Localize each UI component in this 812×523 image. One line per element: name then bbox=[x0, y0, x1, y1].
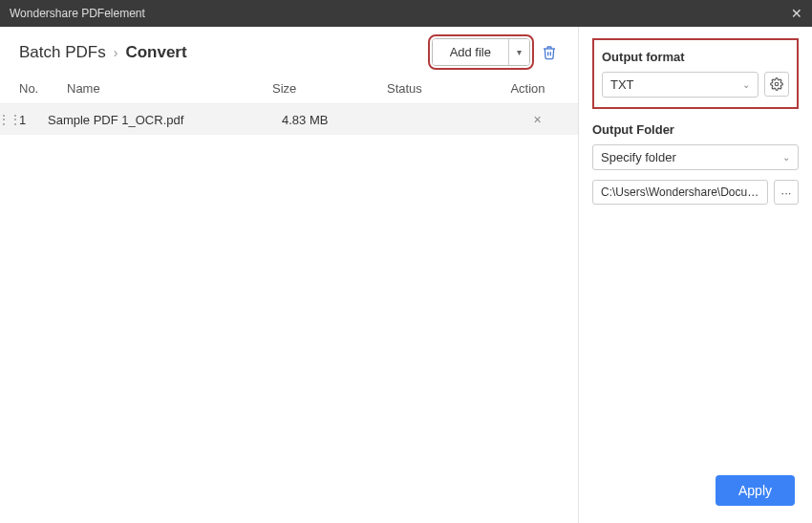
content-area: Batch PDFs › Convert Add file ▾ bbox=[0, 27, 812, 523]
col-header-status: Status bbox=[387, 81, 497, 96]
col-header-name: Name bbox=[67, 81, 272, 96]
col-header-size: Size bbox=[272, 81, 387, 96]
breadcrumb-current: Convert bbox=[125, 43, 186, 62]
header-row: Batch PDFs › Convert Add file ▾ bbox=[0, 27, 578, 74]
chevron-down-icon: ⌄ bbox=[742, 79, 750, 90]
right-panel: Output format TXT ⌄ Output Folder Specif… bbox=[579, 27, 812, 523]
delete-all-button[interactable] bbox=[540, 43, 559, 62]
chevron-down-icon: ⌄ bbox=[782, 152, 790, 163]
col-header-no: No. bbox=[19, 81, 67, 96]
add-file-button[interactable]: Add file bbox=[433, 39, 508, 65]
left-panel: Batch PDFs › Convert Add file ▾ bbox=[0, 27, 579, 523]
header-actions: Add file ▾ bbox=[432, 38, 559, 66]
output-format-select[interactable]: TXT ⌄ bbox=[602, 72, 759, 98]
close-icon[interactable]: ✕ bbox=[791, 6, 802, 21]
output-format-value: TXT bbox=[610, 77, 634, 92]
gear-icon bbox=[770, 77, 783, 91]
add-file-group: Add file ▾ bbox=[432, 38, 530, 66]
cell-size: 4.83 MB bbox=[282, 113, 396, 127]
chevron-right-icon: › bbox=[114, 45, 118, 60]
output-format-row: TXT ⌄ bbox=[602, 72, 789, 98]
svg-point-0 bbox=[775, 82, 779, 86]
format-settings-button[interactable] bbox=[764, 72, 789, 97]
breadcrumb-root[interactable]: Batch PDFs bbox=[19, 43, 106, 62]
table-row[interactable]: ⋮⋮ 1 Sample PDF 1_OCR.pdf 4.83 MB × bbox=[0, 104, 578, 135]
chevron-down-icon: ▾ bbox=[517, 47, 522, 57]
cell-name: Sample PDF 1_OCR.pdf bbox=[48, 113, 282, 127]
output-folder-label: Output Folder bbox=[592, 122, 799, 137]
cell-no: 1 bbox=[19, 113, 48, 127]
output-path-row: C:\Users\Wondershare\Documents ··· bbox=[592, 180, 799, 205]
apply-button[interactable]: Apply bbox=[716, 475, 795, 506]
specify-folder-value: Specify folder bbox=[601, 150, 676, 164]
ellipsis-icon: ··· bbox=[781, 185, 792, 200]
app-title: Wondershare PDFelement bbox=[10, 7, 145, 20]
output-folder-section: Output Folder Specify folder ⌄ C:\Users\… bbox=[592, 122, 799, 205]
output-format-section: Output format TXT ⌄ bbox=[592, 38, 799, 109]
breadcrumb: Batch PDFs › Convert bbox=[19, 43, 187, 62]
remove-row-button[interactable]: × bbox=[506, 112, 568, 127]
browse-folder-button[interactable]: ··· bbox=[774, 180, 799, 205]
table-header: No. Name Size Status Action bbox=[0, 74, 578, 104]
add-file-dropdown[interactable]: ▾ bbox=[508, 39, 529, 65]
output-folder-select[interactable]: Specify folder ⌄ bbox=[592, 144, 799, 170]
output-format-label: Output format bbox=[602, 50, 789, 64]
output-path-field[interactable]: C:\Users\Wondershare\Documents bbox=[592, 180, 768, 205]
drag-handle-icon[interactable]: ⋮⋮ bbox=[0, 113, 19, 126]
trash-icon bbox=[542, 45, 557, 60]
titlebar: Wondershare PDFelement ✕ bbox=[0, 0, 812, 27]
col-header-action: Action bbox=[497, 81, 559, 96]
